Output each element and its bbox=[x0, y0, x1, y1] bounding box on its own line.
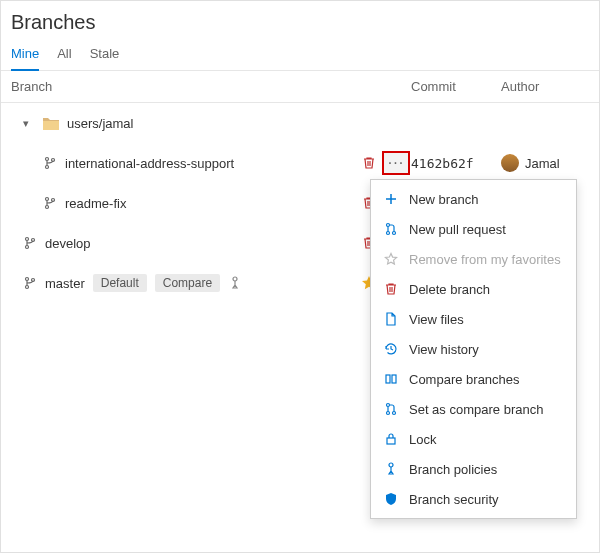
svg-point-15 bbox=[393, 232, 396, 235]
svg-rect-21 bbox=[387, 438, 395, 444]
folder-name: users/jamal bbox=[67, 116, 133, 131]
context-menu: New branch New pull request Remove from … bbox=[370, 179, 577, 519]
plus-icon bbox=[383, 191, 399, 207]
svg-point-9 bbox=[26, 278, 29, 281]
svg-rect-16 bbox=[386, 375, 390, 383]
menu-branch-security[interactable]: Branch security bbox=[371, 484, 576, 514]
menu-delete-branch[interactable]: Delete branch bbox=[371, 274, 576, 304]
menu-branch-policies[interactable]: Branch policies bbox=[371, 454, 576, 484]
trash-icon bbox=[383, 281, 399, 297]
page-title: Branches bbox=[1, 1, 599, 40]
svg-point-14 bbox=[387, 232, 390, 235]
menu-lock[interactable]: Lock bbox=[371, 424, 576, 454]
svg-point-20 bbox=[393, 412, 396, 415]
svg-point-7 bbox=[26, 246, 29, 249]
set-compare-icon bbox=[383, 401, 399, 417]
branch-icon bbox=[43, 196, 57, 210]
branch-icon bbox=[23, 276, 37, 290]
menu-new-pull-request[interactable]: New pull request bbox=[371, 214, 576, 244]
tab-all[interactable]: All bbox=[57, 40, 71, 70]
commit-hash[interactable]: 4162b62f bbox=[411, 156, 501, 171]
svg-rect-17 bbox=[392, 375, 396, 383]
menu-label: View history bbox=[409, 342, 479, 357]
avatar bbox=[501, 154, 519, 172]
history-icon bbox=[383, 341, 399, 357]
author-name: Jamal bbox=[525, 156, 560, 171]
svg-point-19 bbox=[387, 412, 390, 415]
header-commit: Commit bbox=[411, 79, 501, 94]
header-author: Author bbox=[501, 79, 589, 94]
menu-label: Branch policies bbox=[409, 462, 497, 477]
branch-name: develop bbox=[45, 236, 91, 251]
header-branch: Branch bbox=[11, 79, 356, 94]
branch-icon bbox=[43, 156, 57, 170]
branch-row-intl[interactable]: international-address-support ··· 4162b6… bbox=[1, 143, 599, 183]
menu-label: New pull request bbox=[409, 222, 506, 237]
chevron-down-icon: ▾ bbox=[23, 117, 35, 130]
lock-icon bbox=[383, 431, 399, 447]
branch-name: readme-fix bbox=[65, 196, 126, 211]
file-icon bbox=[383, 311, 399, 327]
menu-label: Set as compare branch bbox=[409, 402, 543, 417]
svg-point-10 bbox=[26, 286, 29, 289]
menu-new-branch[interactable]: New branch bbox=[371, 184, 576, 214]
svg-point-0 bbox=[46, 158, 49, 161]
delete-icon[interactable] bbox=[362, 156, 376, 170]
menu-label: View files bbox=[409, 312, 464, 327]
svg-point-22 bbox=[389, 463, 393, 467]
menu-label: Branch security bbox=[409, 492, 499, 507]
svg-point-12 bbox=[233, 277, 237, 281]
svg-point-3 bbox=[46, 198, 49, 201]
menu-label: Remove from my favorites bbox=[409, 252, 561, 267]
svg-point-13 bbox=[387, 224, 390, 227]
default-badge: Default bbox=[93, 274, 147, 292]
menu-remove-favorite: Remove from my favorites bbox=[371, 244, 576, 274]
menu-label: Compare branches bbox=[409, 372, 520, 387]
more-actions-button[interactable]: ··· bbox=[382, 151, 410, 175]
tab-mine[interactable]: Mine bbox=[11, 40, 39, 71]
svg-point-6 bbox=[26, 238, 29, 241]
menu-label: Delete branch bbox=[409, 282, 490, 297]
menu-compare-branches[interactable]: Compare branches bbox=[371, 364, 576, 394]
folder-row[interactable]: ▾ users/jamal bbox=[1, 103, 599, 143]
branch-name: master bbox=[45, 276, 85, 291]
branch-name: international-address-support bbox=[65, 156, 234, 171]
menu-label: Lock bbox=[409, 432, 436, 447]
compare-icon bbox=[383, 371, 399, 387]
policy-icon bbox=[228, 276, 242, 290]
svg-point-1 bbox=[46, 166, 49, 169]
menu-set-compare[interactable]: Set as compare branch bbox=[371, 394, 576, 424]
svg-point-4 bbox=[46, 206, 49, 209]
menu-view-files[interactable]: View files bbox=[371, 304, 576, 334]
folder-icon bbox=[43, 116, 59, 130]
menu-label: New branch bbox=[409, 192, 478, 207]
star-outline-icon bbox=[383, 251, 399, 267]
pull-request-icon bbox=[383, 221, 399, 237]
table-header: Branch Commit Author bbox=[1, 71, 599, 103]
tabs-bar: Mine All Stale bbox=[1, 40, 599, 71]
tab-stale[interactable]: Stale bbox=[90, 40, 120, 70]
policy-icon bbox=[383, 461, 399, 477]
branch-icon bbox=[23, 236, 37, 250]
shield-icon bbox=[383, 491, 399, 507]
menu-view-history[interactable]: View history bbox=[371, 334, 576, 364]
svg-point-18 bbox=[387, 404, 390, 407]
compare-badge: Compare bbox=[155, 274, 220, 292]
